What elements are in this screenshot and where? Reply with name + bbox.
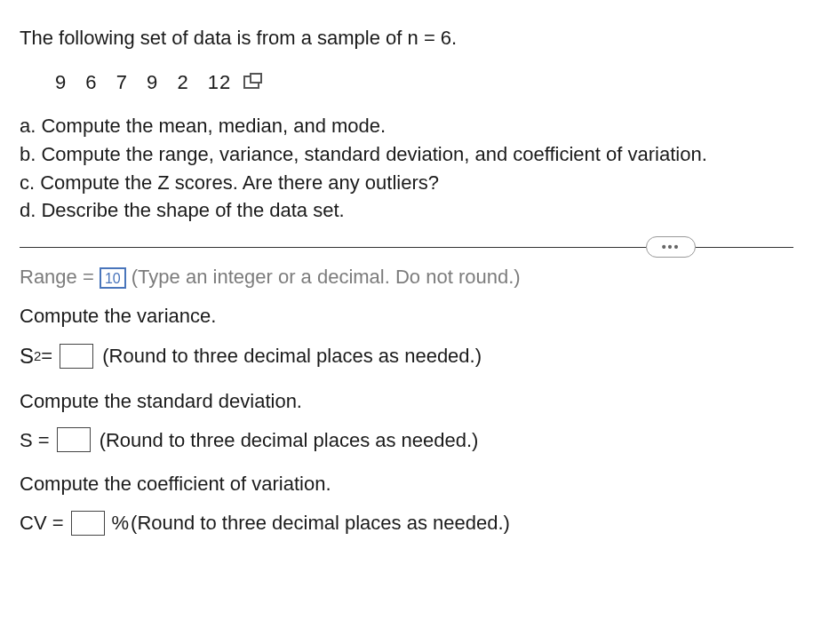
copy-icon[interactable] <box>243 76 259 89</box>
variance-prompt: Compute the variance. <box>20 303 793 330</box>
cv-symbol: CV = <box>20 510 64 537</box>
data-values: 9 6 7 9 2 12 <box>55 69 231 96</box>
part-b: b. Compute the range, variance, standard… <box>20 141 793 168</box>
part-d: d. Describe the shape of the data set. <box>20 197 793 224</box>
question-parts: a. Compute the mean, median, and mode. b… <box>20 113 793 224</box>
variance-equation: S2 = (Round to three decimal places as n… <box>20 342 793 370</box>
stddev-hint: (Round to three decimal places as needed… <box>100 427 479 454</box>
more-options-button[interactable]: ••• <box>646 236 696 258</box>
cv-hint: (Round to three decimal places as needed… <box>131 510 510 537</box>
part-a: a. Compute the mean, median, and mode. <box>20 113 793 139</box>
range-hint: (Type an integer or a decimal. Do not ro… <box>132 264 521 290</box>
cv-unit: % <box>112 510 130 537</box>
data-sample-row: 9 6 7 9 2 12 <box>20 62 793 110</box>
stddev-input[interactable] <box>57 427 91 452</box>
range-label: Range = <box>20 264 94 290</box>
stddev-symbol: S = <box>20 427 50 454</box>
stddev-equation: S = (Round to three decimal places as ne… <box>20 427 793 454</box>
cv-prompt: Compute the coefficient of variation. <box>20 471 793 497</box>
stddev-prompt: Compute the standard deviation. <box>20 388 793 415</box>
cv-equation: CV = % (Round to three decimal places as… <box>20 510 793 537</box>
variance-symbol: S <box>20 342 34 370</box>
variance-equals: = <box>41 343 52 370</box>
cv-input[interactable] <box>71 511 105 536</box>
variance-hint: (Round to three decimal places as needed… <box>102 343 482 370</box>
range-value-box: 10 <box>100 267 126 289</box>
variance-input[interactable] <box>60 344 93 369</box>
intro-text: The following set of data is from a samp… <box>20 25 793 52</box>
variance-superscript: 2 <box>34 347 41 365</box>
part-c: c. Compute the Z scores. Are there any o… <box>20 170 793 196</box>
divider-wrap: ••• <box>20 247 793 248</box>
previous-answer-row: Range = 10 (Type an integer or a decimal… <box>20 264 793 290</box>
